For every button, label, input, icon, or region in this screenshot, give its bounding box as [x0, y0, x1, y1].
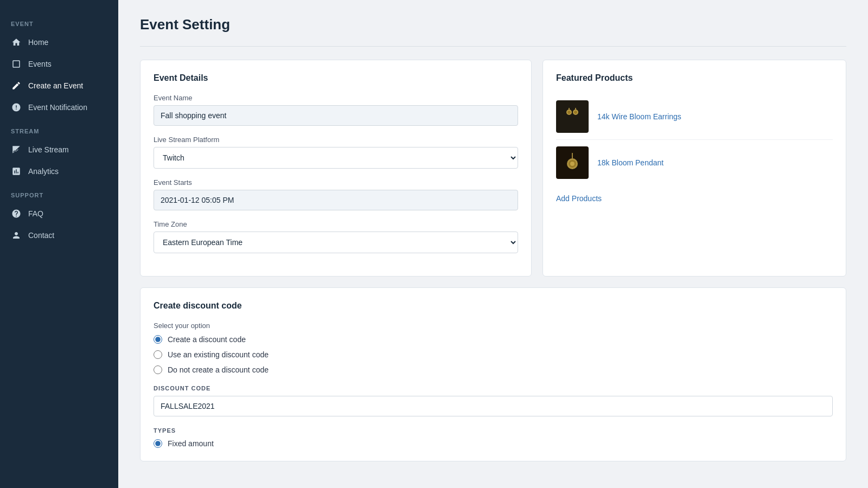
- product-thumb-pendant: [556, 146, 589, 179]
- sidebar-item-live-stream[interactable]: Live Stream: [0, 139, 118, 160]
- types-fixed-amount[interactable]: Fixed amount: [154, 439, 833, 448]
- main-content: Event Setting Event Details Event Name L…: [118, 0, 868, 488]
- product-item-pendant: 18k Bloom Pendant: [556, 140, 833, 185]
- discount-code-label: DISCOUNT CODE: [154, 385, 833, 391]
- discount-option-group: Create a discount code Use an existing d…: [154, 335, 833, 374]
- sidebar-support-section: SUPPORT: [0, 182, 118, 203]
- home-icon: [11, 37, 22, 48]
- sidebar-item-analytics[interactable]: Analytics: [0, 160, 118, 182]
- sidebar-stream-section: STREAM: [0, 118, 118, 139]
- product-name-pendant[interactable]: 18k Bloom Pendant: [597, 158, 663, 167]
- discount-code-input[interactable]: [154, 396, 833, 416]
- discount-radio-existing[interactable]: [154, 350, 162, 359]
- featured-products-title: Featured Products: [556, 73, 833, 83]
- event-name-input[interactable]: [154, 105, 518, 126]
- event-starts-group: Event Starts: [154, 178, 518, 210]
- types-radio-fixed[interactable]: [154, 439, 162, 448]
- discount-option-none-label: Do not create a discount code: [168, 365, 269, 374]
- sidebar-event-section: EVENT: [0, 11, 118, 31]
- create-event-icon: [11, 80, 22, 91]
- sidebar: EVENT Home Events Create an Event Event …: [0, 0, 118, 488]
- sidebar-item-contact-label: Contact: [28, 231, 54, 240]
- notification-icon: [11, 102, 22, 113]
- live-stream-icon: [11, 144, 22, 155]
- event-name-label: Event Name: [154, 94, 518, 102]
- earrings-image: [561, 106, 583, 127]
- time-zone-group: Time Zone Eastern European Time UTC East…: [154, 220, 518, 253]
- faq-icon: [11, 208, 22, 219]
- select-option-label: Select your option: [154, 322, 833, 330]
- discount-option-create[interactable]: Create a discount code: [154, 335, 833, 344]
- discount-option-existing-label: Use an existing discount code: [168, 350, 269, 359]
- product-item-earrings: 14k Wire Bloom Earrings: [556, 94, 833, 140]
- types-fixed-label: Fixed amount: [168, 439, 214, 448]
- time-zone-label: Time Zone: [154, 220, 518, 228]
- live-stream-platform-group: Live Stream Platform Twitch YouTube Face…: [154, 136, 518, 169]
- title-divider: [140, 46, 846, 47]
- sidebar-item-faq-label: FAQ: [28, 209, 43, 218]
- contact-icon: [11, 230, 22, 241]
- live-stream-platform-label: Live Stream Platform: [154, 136, 518, 144]
- sidebar-item-events[interactable]: Events: [0, 53, 118, 75]
- events-icon: [11, 59, 22, 69]
- product-thumb-earrings: [556, 100, 589, 133]
- sidebar-item-faq[interactable]: FAQ: [0, 203, 118, 224]
- analytics-icon: [11, 166, 22, 177]
- product-name-earrings[interactable]: 14k Wire Bloom Earrings: [597, 112, 681, 121]
- time-zone-select[interactable]: Eastern European Time UTC Eastern Standa…: [154, 232, 518, 253]
- sidebar-item-analytics-label: Analytics: [28, 167, 59, 176]
- event-details-card: Event Details Event Name Live Stream Pla…: [140, 60, 532, 277]
- pendant-image: [561, 152, 583, 174]
- sidebar-item-event-notification-label: Event Notification: [28, 103, 87, 112]
- discount-radio-create[interactable]: [154, 335, 162, 344]
- discount-option-create-label: Create a discount code: [168, 335, 246, 344]
- top-content-row: Event Details Event Name Live Stream Pla…: [140, 60, 846, 277]
- event-starts-input[interactable]: [154, 190, 518, 210]
- featured-products-card: Featured Products 14k Wire Bloom Earring…: [542, 60, 846, 277]
- event-name-group: Event Name: [154, 94, 518, 126]
- add-products-link[interactable]: Add Products: [556, 194, 833, 203]
- types-label: TYPES: [154, 427, 833, 434]
- sidebar-item-events-label: Events: [28, 60, 52, 68]
- sidebar-item-contact[interactable]: Contact: [0, 224, 118, 246]
- discount-option-existing[interactable]: Use an existing discount code: [154, 350, 833, 359]
- sidebar-item-event-notification[interactable]: Event Notification: [0, 97, 118, 118]
- event-starts-label: Event Starts: [154, 178, 518, 187]
- svg-point-9: [570, 162, 575, 166]
- discount-section-title: Create discount code: [154, 301, 833, 311]
- event-details-title: Event Details: [154, 73, 518, 83]
- page-title: Event Setting: [140, 16, 846, 33]
- sidebar-item-create-event[interactable]: Create an Event: [0, 75, 118, 97]
- discount-card: Create discount code Select your option …: [140, 287, 846, 461]
- sidebar-item-home[interactable]: Home: [0, 31, 118, 53]
- discount-radio-none[interactable]: [154, 365, 162, 374]
- svg-point-3: [574, 111, 577, 114]
- sidebar-item-live-stream-label: Live Stream: [28, 145, 69, 154]
- svg-point-2: [567, 111, 571, 114]
- sidebar-item-home-label: Home: [28, 38, 48, 47]
- discount-option-none[interactable]: Do not create a discount code: [154, 365, 833, 374]
- sidebar-item-create-event-label: Create an Event: [28, 81, 83, 90]
- live-stream-platform-select[interactable]: Twitch YouTube Facebook: [154, 147, 518, 169]
